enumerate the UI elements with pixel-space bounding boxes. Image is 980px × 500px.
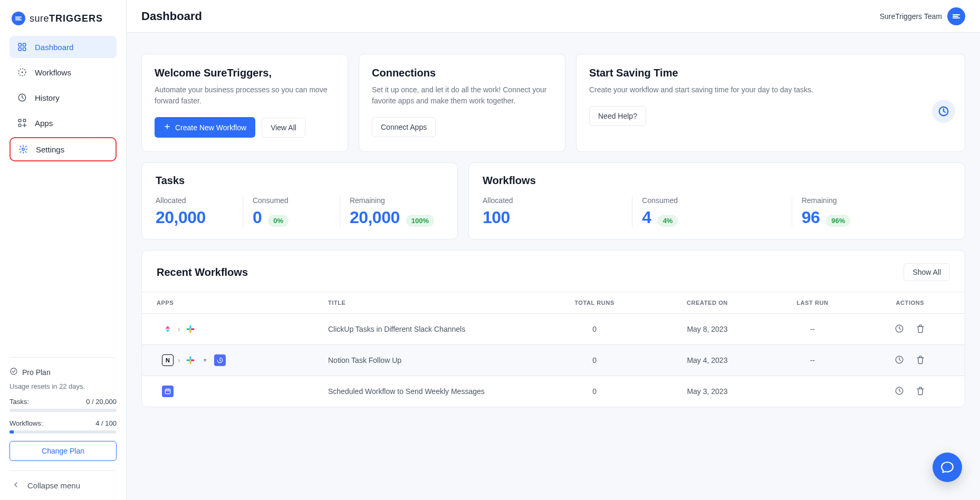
connections-title: Connections xyxy=(372,67,552,79)
sidebar-item-settings[interactable]: Settings xyxy=(9,137,117,161)
stat-value: 4 xyxy=(642,208,651,227)
welcome-card: Welcome SureTriggers, Automate your busi… xyxy=(141,54,348,152)
delete-action-icon[interactable] xyxy=(916,386,925,397)
show-all-button[interactable]: Show All xyxy=(904,263,950,281)
check-circle-icon xyxy=(9,367,18,377)
need-help-button[interactable]: Need Help? xyxy=(589,106,646,126)
change-plan-button[interactable]: Change Plan xyxy=(9,441,117,461)
apps-icon xyxy=(17,118,27,128)
col-apps: APPS xyxy=(142,292,319,314)
team-switcher[interactable]: SureTriggers Team xyxy=(880,7,965,25)
sidebar-item-label: History xyxy=(35,93,60,102)
workflows-progress xyxy=(9,430,117,434)
col-created: CREATED ON xyxy=(650,292,764,314)
history-icon xyxy=(17,92,27,103)
sidebar-item-label: Apps xyxy=(35,119,53,128)
stat-badge: 96% xyxy=(826,215,850,227)
grid-icon xyxy=(17,42,27,52)
svg-point-11 xyxy=(11,368,17,374)
table-row[interactable]: Scheduled Workflow to Send Weekly Messag… xyxy=(142,376,965,407)
sidebar-item-apps[interactable]: Apps xyxy=(9,112,117,134)
sidebar-item-dashboard[interactable]: Dashboard xyxy=(9,36,117,58)
gear-icon xyxy=(18,144,28,155)
sidebar: sureTRIGGERS Dashboard Workflows His xyxy=(0,0,127,500)
row-runs: 0 xyxy=(539,314,650,345)
saving-title: Start Saving Time xyxy=(589,67,952,79)
table-row[interactable]: › ClickUp Tasks in Different Slack Chann… xyxy=(142,314,965,345)
view-all-button[interactable]: View All xyxy=(262,118,305,138)
svg-rect-0 xyxy=(18,43,21,46)
svg-point-5 xyxy=(22,72,23,73)
chevron-right-icon: › xyxy=(178,356,180,364)
stat-value: 20,000 xyxy=(156,208,206,227)
history-action-icon[interactable] xyxy=(895,324,904,335)
welcome-text: Automate your business processes so you … xyxy=(155,84,335,107)
row-created: May 8, 2023 xyxy=(650,314,764,345)
table-row[interactable]: N › + xyxy=(142,345,965,376)
stat-value: 96 xyxy=(802,208,820,227)
svg-rect-15 xyxy=(189,330,191,333)
chevron-right-icon: › xyxy=(178,325,180,333)
svg-rect-8 xyxy=(23,119,26,122)
row-last xyxy=(764,376,861,407)
svg-rect-3 xyxy=(23,48,26,51)
history-action-icon[interactable] xyxy=(895,355,904,366)
saving-time-card: Start Saving Time Create your workflow a… xyxy=(576,54,965,152)
delete-action-icon[interactable] xyxy=(916,355,925,366)
collapse-label: Collapse menu xyxy=(27,481,80,490)
row-created: May 4, 2023 xyxy=(650,345,764,376)
workflows-stats-title: Workflows xyxy=(483,175,951,187)
col-actions: ACTIONS xyxy=(861,292,965,314)
svg-rect-14 xyxy=(186,329,190,330)
clock-icon xyxy=(932,100,955,123)
svg-rect-1 xyxy=(23,43,26,46)
workflows-usage-row: Workflows:4 / 100 xyxy=(9,419,117,427)
svg-rect-20 xyxy=(189,361,191,364)
team-avatar-icon xyxy=(947,7,965,25)
stat-label: Consumed xyxy=(642,196,782,205)
row-last: -- xyxy=(764,314,861,345)
chat-support-button[interactable] xyxy=(933,453,962,482)
schedule-icon xyxy=(162,386,174,397)
workflows-stats-card: Workflows Allocated 100 Consumed 4 4% xyxy=(468,162,965,239)
svg-rect-7 xyxy=(18,119,21,122)
welcome-title: Welcome SureTriggers, xyxy=(155,67,335,79)
stat-value: 20,000 xyxy=(350,208,400,227)
sidebar-item-history[interactable]: History xyxy=(9,86,117,109)
stat-label: Consumed xyxy=(253,196,330,205)
row-title: Scheduled Workflow to Send Weekly Messag… xyxy=(319,376,539,407)
stat-label: Remaining xyxy=(802,196,941,205)
notion-icon: N xyxy=(162,354,174,366)
brand-logo: sureTRIGGERS xyxy=(12,12,114,25)
row-runs: 0 xyxy=(539,376,650,407)
svg-rect-18 xyxy=(189,357,191,360)
team-name: SureTriggers Team xyxy=(880,12,942,21)
svg-rect-21 xyxy=(190,360,194,361)
connect-apps-button[interactable]: Connect Apps xyxy=(372,117,436,137)
usage-reset-text: Usage resets in 22 days. xyxy=(9,382,117,390)
plan-badge: Pro Plan xyxy=(9,367,117,377)
tasks-progress xyxy=(9,409,117,412)
plan-name: Pro Plan xyxy=(22,368,51,377)
workflows-icon xyxy=(17,67,27,78)
brand-text: sureTRIGGERS xyxy=(30,13,103,24)
sidebar-item-workflows[interactable]: Workflows xyxy=(9,61,117,83)
row-title: ClickUp Tasks in Different Slack Channel… xyxy=(319,314,539,345)
history-action-icon[interactable] xyxy=(895,386,904,397)
svg-point-10 xyxy=(22,148,25,151)
stat-badge: 4% xyxy=(658,215,678,227)
create-workflow-button[interactable]: Create New Workflow xyxy=(155,117,255,138)
stat-label: Remaining xyxy=(350,196,434,205)
svg-rect-23 xyxy=(165,389,170,394)
sidebar-item-label: Dashboard xyxy=(35,43,73,52)
row-created: May 3, 2023 xyxy=(650,376,764,407)
chevron-left-icon xyxy=(12,480,20,491)
stat-badge: 100% xyxy=(406,215,434,227)
clickup-icon xyxy=(162,323,174,335)
svg-rect-16 xyxy=(190,329,194,330)
row-last: -- xyxy=(764,345,861,376)
col-title: TITLE xyxy=(319,292,539,314)
delete-action-icon[interactable] xyxy=(916,324,925,335)
brand-glyph-icon xyxy=(12,12,25,25)
collapse-menu-button[interactable]: Collapse menu xyxy=(9,480,117,491)
